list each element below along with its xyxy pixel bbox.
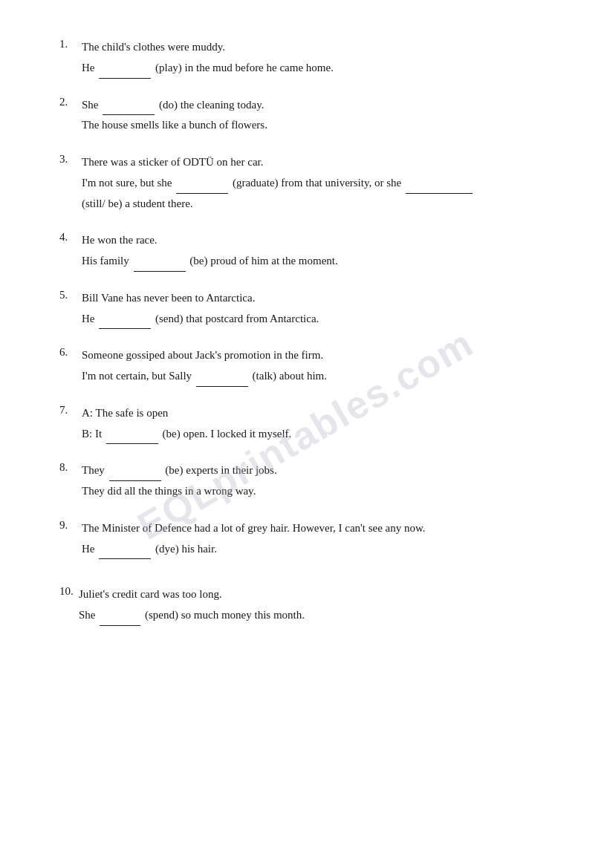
item-content-3: There was a sticker of ODTÜ on her car. … [82,152,565,214]
exercise-item-2: 2. She (do) the cleaning today. The hous… [59,95,565,137]
item-number-6: 6. [59,345,82,359]
item-number-4: 4. [59,230,82,244]
item-6-line2: I'm not certain, but Sally (talk) about … [82,366,565,387]
exercise-item-3: 3. There was a sticker of ODTÜ on her ca… [59,152,565,214]
item-content-2: She (do) the cleaning today. The house s… [82,95,565,137]
item-number-1: 1. [59,37,82,50]
item-content-9: The Minister of Defence had a lot of gre… [82,518,565,560]
item-3-line2: I'm not sure, but she (graduate) from th… [82,173,565,194]
item-8-line2: They did all the things in a wrong way. [82,481,565,502]
exercise-item-8: 8. They (be) experts in their jobs. They… [59,460,565,502]
item-number-2: 2. [59,95,82,108]
blank-10 [100,625,140,626]
item-number-8: 8. [59,460,82,474]
item-8-line1: They (be) experts in their jobs. [82,460,565,481]
item-number-7: 7. [59,403,82,417]
item-content-5: Bill Vane has never been to Antarctica. … [82,288,565,330]
item-number-10: 10. [59,584,79,598]
exercise-item-7: 7. A: The safe is open B: It (be) open. … [59,403,565,445]
item-6-line1: Someone gossiped about Jack's promotion … [82,345,565,366]
item-number-9: 9. [59,518,82,532]
item-content-4: He won the race. His family (be) proud o… [82,230,565,272]
item-2-line1: She (do) the cleaning today. [82,95,565,116]
item-number-3: 3. [59,152,82,166]
item-10-line2: She (spend) so much money this month. [79,605,565,626]
exercise-item-6: 6. Someone gossiped about Jack's promoti… [59,345,565,387]
blank-1 [99,78,151,79]
item-4-line2: His family (be) proud of him at the mome… [82,251,565,272]
item-7-line1: A: The safe is open [82,403,565,424]
blank-4 [134,271,186,272]
item-content-8: They (be) experts in their jobs. They di… [82,460,565,502]
item-2-line2: The house smells like a bunch of flowers… [82,115,565,136]
item-1-line1: The child's clothes were muddy. [82,37,565,58]
item-5-line2: He (send) that postcard from Antarctica. [82,309,565,330]
item-7-line2: B: It (be) open. I locked it myself. [82,424,565,445]
item-10-line1: Juliet's credit card was too long. [79,584,565,605]
item-9-line2: He (dye) his hair. [82,539,565,560]
item-3-line1: There was a sticker of ODTÜ on her car. [82,152,565,173]
item-content-1: The child's clothes were muddy. He (play… [82,37,565,79]
exercise-item-4: 4. He won the race. His family (be) prou… [59,230,565,272]
item-9-line1: The Minister of Defence had a lot of gre… [82,518,565,539]
item-content-7: A: The safe is open B: It (be) open. I l… [82,403,565,445]
item-4-line1: He won the race. [82,230,565,251]
item-1-line2: He (play) in the mud before he came home… [82,58,565,79]
exercise-item-9: 9. The Minister of Defence had a lot of … [59,518,565,560]
item-number-5: 5. [59,288,82,301]
exercise-item-10: 10. Juliet's credit card was too long. S… [59,584,565,626]
blank-5 [99,328,151,329]
item-5-line1: Bill Vane has never been to Antarctica. [82,288,565,309]
exercise-item-1: 1. The child's clothes were muddy. He (p… [59,37,565,79]
blank-6 [196,386,248,387]
blank-3b [406,193,473,194]
item-content-10: Juliet's credit card was too long. She (… [79,584,565,626]
worksheet-page: EQLprintables.com 1. The child's clothes… [0,0,610,868]
item-content-6: Someone gossiped about Jack's promotion … [82,345,565,387]
blank-9 [99,558,151,559]
blank-7 [106,443,158,444]
item-3-line3: (still/ be) a student there. [82,194,565,215]
exercise-item-5: 5. Bill Vane has never been to Antarctic… [59,288,565,330]
